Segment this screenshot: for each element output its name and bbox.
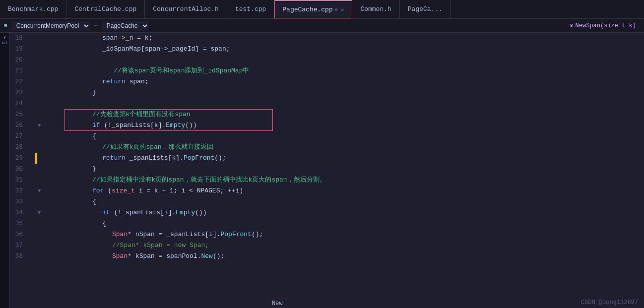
code-line-23: }	[35, 87, 644, 98]
code-area: 18 19 20 21 22 23 24 25 26 27 28 29 30 3…	[10, 33, 644, 308]
ln-30: 30	[10, 164, 27, 175]
ln-24: 24	[10, 98, 27, 109]
code-line-20: _idSpanMap[span->_pageId] = span; //将该sp…	[35, 55, 644, 65]
ln-32: 32	[10, 185, 27, 196]
ln-28: 28	[10, 142, 27, 153]
code-line-32: ▼ for (size_t i = k + 1; i < NPAGES; ++i…	[35, 185, 644, 196]
close-tab-button[interactable]: ✕	[341, 6, 344, 13]
ln-27: 27	[10, 131, 27, 142]
ln-36: 36	[10, 229, 27, 240]
ln-33: 33	[10, 196, 27, 207]
main-content: y ol 18 19 20 21 22 23 24 25 26 27 28 29…	[0, 33, 644, 308]
ln-31: 31	[10, 175, 27, 185]
code-line-38: Span* kSpan = spanPool.New();	[35, 251, 644, 262]
breadcrumb-arrow: →	[94, 22, 98, 29]
tab-bar: Benchmark.cpp CentralCache.cpp Concurren…	[0, 0, 644, 19]
watermark: CSDN @dong132697	[581, 299, 638, 306]
class-icon: ⊞	[4, 22, 7, 29]
ln-18: 18	[10, 33, 27, 44]
fold-34: ▼	[35, 207, 44, 218]
ln-21: 21	[10, 65, 27, 76]
func-name: ⊙ NewSpan(size_t k)	[570, 22, 636, 29]
new-label[interactable]: New	[268, 299, 287, 308]
fold-26: ▼	[35, 120, 44, 131]
code-line-29: return _spanLists[k].PopFront();	[35, 153, 644, 164]
yellow-indicator	[35, 153, 37, 164]
ln-29: 29	[10, 153, 27, 164]
ln-38: 38	[10, 251, 27, 262]
pin-icon: ⊕	[335, 7, 338, 13]
ln-22: 22	[10, 76, 27, 87]
file-dropdown[interactable]: PageCache	[102, 21, 149, 31]
code-line-34: ▼ if (!_spanLists[i].Empty())	[35, 207, 644, 218]
tab-pagecache[interactable]: PageCache.cpp ⊕ ✕	[274, 0, 352, 18]
func-icon: ⊙	[570, 22, 573, 29]
ln-35: 35	[10, 218, 27, 229]
class-dropdown[interactable]: ConcurrentMemoryPool	[11, 21, 90, 31]
ln-19: 19	[10, 44, 27, 55]
gutter-icon-1: y	[3, 35, 6, 40]
line-numbers: 18 19 20 21 22 23 24 25 26 27 28 29 30 3…	[10, 33, 33, 308]
code-line-22: return span;	[35, 76, 644, 87]
ln-20: 20	[10, 55, 27, 65]
tab-benchmark[interactable]: Benchmark.cpp	[0, 0, 66, 18]
breadcrumb-bar: ⊞ ConcurrentMemoryPool → PageCache ⊙ New…	[0, 19, 644, 33]
tab-centralcache[interactable]: CentralCache.cpp	[66, 0, 145, 18]
ln-37: 37	[10, 240, 27, 251]
left-gutter: y ol	[0, 33, 10, 308]
ln-25: 25	[10, 109, 27, 120]
ln-23: 23	[10, 87, 27, 98]
fold-32: ▼	[35, 185, 44, 196]
tab-pageca[interactable]: PageCa...	[400, 0, 451, 18]
code-line-26: ▼ if (!_spanLists[k].Empty())	[35, 120, 644, 131]
tab-common[interactable]: Common.h	[352, 0, 399, 18]
gutter-icon-2: ol	[2, 41, 7, 46]
code-lines: span->_n = k; _idSpanMap[span->_pageId] …	[33, 33, 644, 308]
tab-concurrentalloc[interactable]: ConcurrentAlloc.h	[145, 0, 227, 18]
ln-26: 26	[10, 120, 27, 131]
ln-34: 34	[10, 207, 27, 218]
tab-test[interactable]: test.cpp	[227, 0, 274, 18]
